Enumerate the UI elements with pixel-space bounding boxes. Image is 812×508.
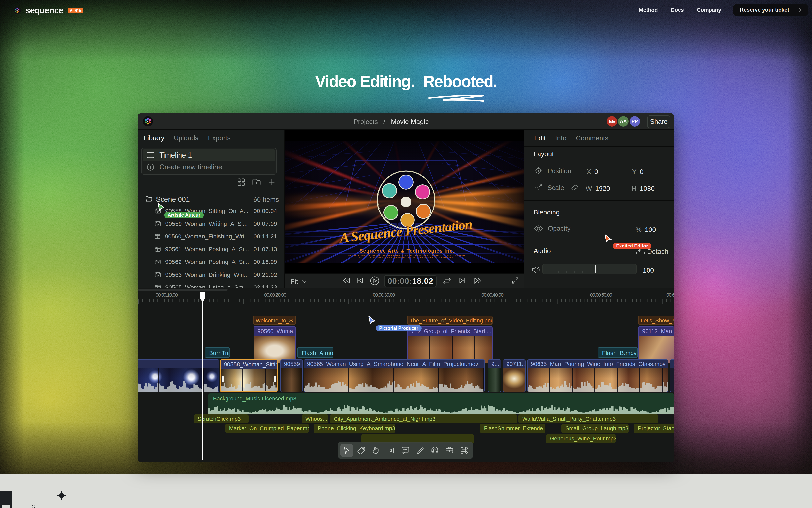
svg-text:WHATEVER. WE’RE OFFICIAL ENOUG: WHATEVER. WE’RE OFFICIAL ENOUGH. EITHER …: [359, 257, 455, 259]
svg-text:Sequence Arts & Technologies I: Sequence Arts & Technologies Inc.: [359, 248, 454, 254]
svg-text:NOT SURE IF I SHOULD ACTUALLY: NOT SURE IF I SHOULD ACTUALLY PUT ANYTHI…: [348, 254, 466, 256]
